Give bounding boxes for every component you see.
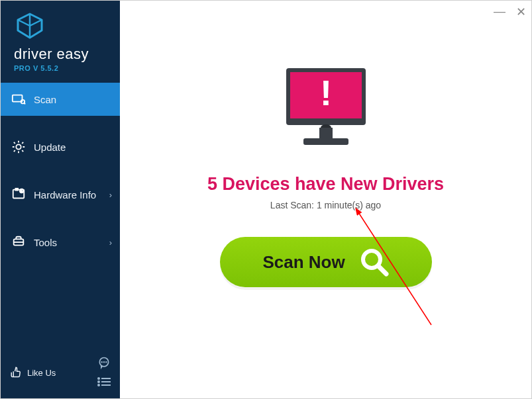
chevron-right-icon: › <box>109 190 112 200</box>
search-icon <box>358 246 389 279</box>
minimize-button[interactable]: — <box>494 5 505 19</box>
sidebar-item-hardware-info[interactable]: 1 Hardware Info › <box>1 178 120 211</box>
logo-icon <box>14 13 120 42</box>
svg-line-27 <box>378 266 386 274</box>
chevron-right-icon: › <box>109 238 112 247</box>
like-us-label: Like Us <box>27 368 56 378</box>
logo-block: driver easy PRO V 5.5.2 <box>1 1 120 79</box>
monitor-alert-icon: ! <box>273 62 379 157</box>
svg-point-13 <box>106 362 107 363</box>
svg-text:!: ! <box>320 73 332 112</box>
sidebar-item-scan[interactable]: Scan <box>1 83 120 116</box>
like-us-button[interactable]: Like Us <box>10 366 56 380</box>
sidebar-nav: Scan Update 1 <box>1 83 120 273</box>
update-icon <box>11 140 26 154</box>
svg-rect-25 <box>303 138 348 145</box>
scan-now-button[interactable]: Scan Now <box>220 237 432 287</box>
version-label: PRO V 5.5.2 <box>14 64 120 72</box>
svg-point-16 <box>98 381 99 382</box>
sidebar-footer: Like Us <box>1 349 120 398</box>
tools-icon <box>11 235 26 249</box>
menu-icon[interactable] <box>97 377 111 389</box>
svg-point-12 <box>104 362 105 363</box>
last-scan-text: Last Scan: 1 minute(s) ago <box>270 200 381 210</box>
app-window: — ✕ driver easy PRO V 5.5.2 <box>0 0 532 399</box>
svg-rect-5 <box>15 189 18 191</box>
sidebar-item-update[interactable]: Update <box>1 130 120 163</box>
svg-point-3 <box>16 144 21 149</box>
thumbs-up-icon <box>10 366 22 380</box>
status-headline: 5 Devices have New Drivers <box>207 174 444 195</box>
brand-name: driver easy <box>14 46 120 63</box>
scan-icon <box>11 92 26 107</box>
svg-point-18 <box>98 384 99 386</box>
svg-line-2 <box>24 103 25 105</box>
sidebar-item-label: Hardware Info <box>34 189 96 200</box>
sidebar-item-label: Tools <box>34 237 57 248</box>
svg-point-11 <box>101 362 102 363</box>
sidebar-item-label: Update <box>34 142 66 153</box>
hardware-info-icon: 1 <box>11 187 26 202</box>
svg-point-14 <box>98 378 99 379</box>
main-panel: ! 5 Devices have New Drivers Last Scan: … <box>120 1 531 398</box>
svg-rect-24 <box>319 128 333 138</box>
sidebar-item-tools[interactable]: Tools › <box>1 226 120 259</box>
feedback-icon[interactable] <box>97 356 111 372</box>
sidebar-item-label: Scan <box>34 94 56 105</box>
window-controls: — ✕ <box>494 5 526 19</box>
scan-now-label: Scan Now <box>262 252 345 273</box>
sidebar: driver easy PRO V 5.5.2 Scan <box>1 1 120 398</box>
footer-icons <box>97 356 111 389</box>
close-button[interactable]: ✕ <box>516 5 526 19</box>
